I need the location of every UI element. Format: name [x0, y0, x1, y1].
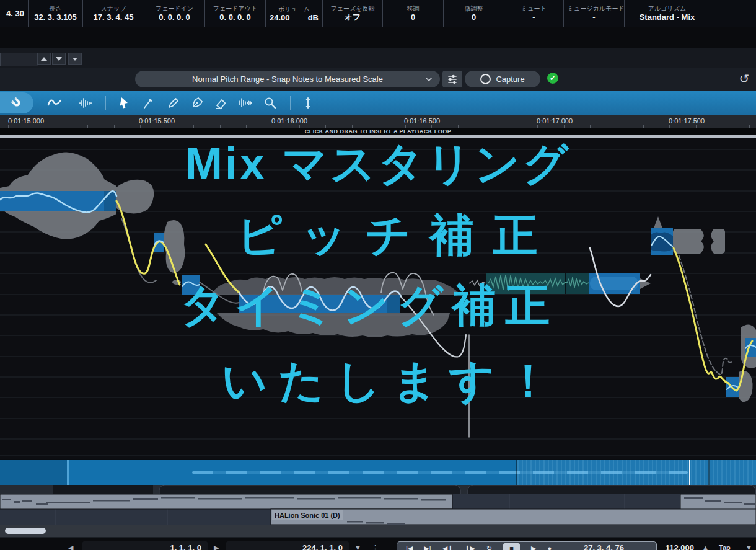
cycle-button[interactable]: ↻	[486, 544, 492, 550]
info-field-algorithm[interactable]: アルゴリズム Standard - Mix	[624, 0, 710, 27]
info-field-length[interactable]: 長さ 32. 3. 3.105	[28, 0, 82, 27]
info-field-fadeout[interactable]: フェードアウト 0. 0. 0. 0	[204, 0, 265, 27]
tempo-mode-dropdown[interactable]: ▼	[745, 541, 752, 550]
magnifier-icon	[263, 95, 278, 110]
info-field-fadein[interactable]: フェードイン 0. 0. 0. 0	[144, 0, 204, 27]
undo-button[interactable]: ↺	[736, 70, 752, 87]
scrub-tool-button[interactable]	[301, 95, 315, 110]
capture-label: Capture	[496, 74, 524, 84]
snap-toggle-button[interactable]	[0, 92, 33, 113]
info-line-input[interactable]	[0, 53, 38, 66]
time-display-field[interactable]: 27. 3. 4. 76	[561, 541, 630, 550]
info-bar: 4. 30 長さ 32. 3. 3.105 スナップ 17. 3. 4. 45 …	[0, 0, 756, 28]
dropdown-button[interactable]	[68, 53, 82, 65]
time-display-value: 27. 3. 4. 76	[584, 543, 624, 550]
forward-button[interactable]: ❙▶	[464, 544, 475, 550]
subheader-bar	[0, 48, 756, 69]
rewind-button[interactable]: ◀❙	[442, 544, 454, 550]
line-tool-button[interactable]	[141, 95, 156, 110]
transport-bar: ◀ 1. 1. 1. 0 ▶ 224. 1. 1. 0 ▼ ⋮ |◀ ▶| ◀❙…	[0, 537, 756, 550]
time-ruler[interactable]: 0:01:15.000 0:01:15.500 0:01:16.000 0:01…	[0, 115, 756, 128]
toolbar-separator	[290, 96, 291, 110]
record-button[interactable]: ●	[547, 544, 552, 550]
waveform-view-button[interactable]	[78, 95, 93, 110]
info-bar-filler	[710, 0, 756, 27]
project-tracks-canvas[interactable]: HALion Sonic 01 (D)	[0, 485, 756, 525]
window-gap-band	[0, 27, 756, 48]
toolbar-separator	[40, 96, 40, 110]
chevron-down-icon	[73, 58, 77, 61]
warp-tool-button[interactable]	[238, 95, 253, 110]
toolbar-separator	[105, 96, 106, 110]
left-locator-value: 1. 1. 1. 0	[170, 543, 201, 550]
info-field-finetune[interactable]: 微調整 0	[443, 0, 504, 27]
snap-magnet-icon	[10, 96, 24, 110]
scale-settings-button[interactable]	[442, 71, 462, 87]
goto-start-button[interactable]: |◀	[406, 544, 413, 550]
tap-tempo-button[interactable]: Tap	[719, 541, 731, 550]
midi-part-label: HALion Sonic 01 (D)	[275, 512, 340, 519]
info-field-musical-mode[interactable]: ミュージカルモード -	[563, 0, 624, 27]
info-field-start[interactable]: 4. 30	[0, 0, 28, 27]
pencil-tool-button[interactable]	[166, 95, 181, 110]
right-locator-icon: ▶	[214, 544, 219, 550]
capture-button[interactable]: Capture	[465, 71, 540, 87]
transport-options-button[interactable]: ⋮	[372, 541, 379, 550]
audio-overview-strip[interactable]	[0, 459, 756, 485]
editor-toolbar	[0, 91, 756, 115]
up-arrow-icon	[41, 57, 47, 61]
overlay-text-line2: ピッチ補正	[0, 211, 756, 259]
select-tool-button[interactable]	[116, 95, 131, 110]
vertical-scrub-icon	[301, 95, 315, 110]
tap-label: Tap	[719, 544, 731, 550]
stop-button[interactable]: ■	[503, 543, 520, 550]
spin-up-button[interactable]	[37, 53, 51, 65]
playhead-cursor[interactable]	[689, 460, 690, 485]
analysis-ok-badge[interactable]: ✓	[547, 73, 558, 84]
ruler-label: 0:01:17.500	[669, 117, 705, 125]
tempo-up-icon[interactable]: ▲	[702, 541, 709, 550]
erase-tool-button[interactable]	[214, 95, 229, 110]
note-segment-edge[interactable]	[104, 191, 116, 211]
pitch-curve-view-button[interactable]	[47, 95, 62, 110]
ruler-label: 0:01:15.500	[139, 117, 175, 125]
project-window-strip: HALion Sonic 01 (D)	[0, 485, 756, 537]
overview-event-boundary	[516, 460, 517, 485]
header-separator	[724, 73, 724, 86]
overview-left-region	[0, 460, 67, 485]
pen-tool-button[interactable]	[190, 95, 204, 110]
info-field-mute[interactable]: ミュート -	[504, 0, 563, 27]
pitch-editor-area[interactable]: Mix マスタリング ピッチ補正 タイミング補正 いたします！	[0, 138, 756, 459]
tempo-field[interactable]: 112.000	[652, 541, 700, 550]
loop-hint-text: CLICK AND DRAG TO INSERT A PLAYBACK LOOP	[305, 128, 452, 135]
ruler-label: 0:01:16.000	[271, 117, 307, 125]
spin-down-button[interactable]	[52, 53, 66, 65]
info-field-phase-invert[interactable]: フェーズを反転 オフ	[322, 0, 382, 27]
volume-unit: dB	[308, 13, 319, 22]
editor-header: Normal Pitch Range - Snap Notes to Measu…	[0, 68, 756, 91]
locator-dropdown-button[interactable]: ▼	[354, 541, 361, 550]
goto-right-locator-button[interactable]: ▶	[214, 541, 219, 550]
goto-end-button[interactable]: ▶|	[424, 544, 431, 550]
left-locator-field[interactable]: 1. 1. 1. 0	[82, 541, 208, 550]
scale-mode-dropdown[interactable]: Normal Pitch Range - Snap Notes to Measu…	[135, 71, 440, 87]
midi-part[interactable]	[0, 494, 452, 509]
play-button[interactable]: ▶	[531, 544, 536, 550]
right-locator-field[interactable]: 224. 1. 1. 0	[226, 541, 349, 550]
info-field-transpose[interactable]: 移調 0	[382, 0, 443, 27]
select-arrow-icon	[116, 95, 131, 110]
tempo-value: 112.000	[666, 543, 694, 550]
playback-loop-strip[interactable]: CLICK AND DRAG TO INSERT A PLAYBACK LOOP	[0, 128, 756, 135]
chevron-down-icon: ▼	[354, 544, 361, 550]
project-horizontal-scrollbar[interactable]	[5, 528, 46, 534]
left-locator-icon: ◀	[68, 544, 73, 550]
right-locator-value: 224. 1. 1. 0	[302, 543, 343, 550]
midi-part-halion[interactable]: HALion Sonic 01 (D)	[271, 509, 756, 525]
waveform-icon	[78, 95, 93, 110]
goto-left-locator-button[interactable]: ◀	[68, 541, 73, 550]
zoom-tool-button[interactable]	[263, 95, 278, 110]
info-field-volume[interactable]: ボリューム 24.00 dB	[265, 0, 322, 27]
info-field-snap[interactable]: スナップ 17. 3. 4. 45	[82, 0, 144, 27]
volume-value: 24.00	[270, 13, 290, 22]
ruler-label: 0:01:17.000	[537, 117, 573, 125]
